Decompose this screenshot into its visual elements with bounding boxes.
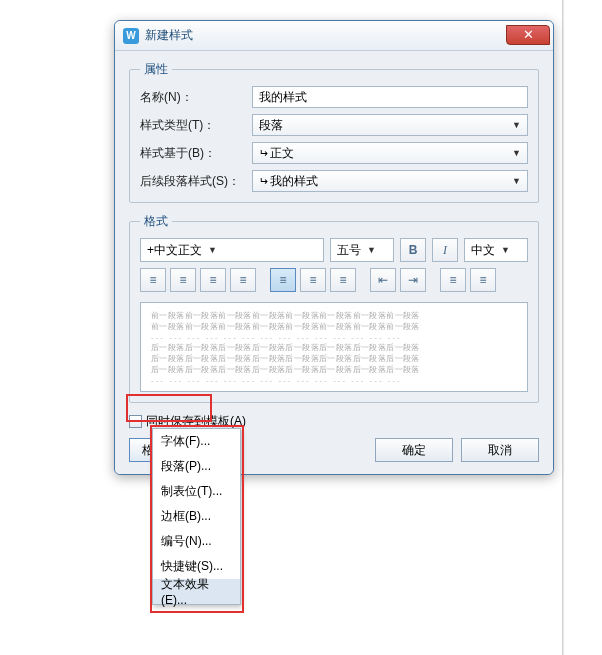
menu-item[interactable]: 字体(F)...: [153, 429, 240, 454]
cancel-button[interactable]: 取消: [461, 438, 539, 462]
align-left-icon: ≡: [149, 273, 156, 287]
style-type-value: 段落: [259, 117, 283, 134]
spacing-icon: ≡: [339, 273, 346, 287]
menu-item[interactable]: 制表位(T)...: [153, 479, 240, 504]
preview-prev-line: 前一段落前一段落前一段落前一段落前一段落前一段落前一段落前一段落: [151, 311, 517, 322]
properties-legend: 属性: [140, 61, 172, 78]
outdent-icon: ≡: [449, 273, 456, 287]
spacing-icon: ≡: [279, 273, 286, 287]
page-edge: [562, 0, 564, 655]
lang-value: 中文: [471, 242, 495, 259]
preview-dash-line: --- --- --- --- --- --- --- --- --- --- …: [151, 333, 517, 344]
app-icon: W: [123, 28, 139, 44]
indent-button[interactable]: ≡: [470, 268, 496, 292]
close-button[interactable]: ✕: [506, 25, 550, 45]
based-on-label: 样式基于(B)：: [140, 145, 244, 162]
align-center-button[interactable]: ≡: [170, 268, 196, 292]
preview-next-line: 后一段落后一段落后一段落后一段落后一段落后一段落后一段落后一段落: [151, 365, 517, 376]
format-dropdown-menu: 字体(F)...段落(P)...制表位(T)...边框(B)...编号(N)..…: [152, 428, 241, 605]
preview-next-line: 后一段落后一段落后一段落后一段落后一段落后一段落后一段落后一段落: [151, 343, 517, 354]
font-value: +中文正文: [147, 242, 202, 259]
style-type-select[interactable]: 段落 ▼: [252, 114, 528, 136]
ok-button[interactable]: 确定: [375, 438, 453, 462]
return-icon: ↵: [259, 175, 268, 188]
preview-area: 前一段落前一段落前一段落前一段落前一段落前一段落前一段落前一段落 前一段落前一段…: [140, 302, 528, 392]
indent-icon: ≡: [479, 273, 486, 287]
chevron-down-icon: ▼: [208, 245, 217, 255]
align-center-icon: ≡: [179, 273, 186, 287]
menu-item[interactable]: 编号(N)...: [153, 529, 240, 554]
lang-combo[interactable]: 中文 ▼: [464, 238, 528, 262]
chevron-down-icon: ▼: [367, 245, 376, 255]
following-value: ↵我的样式: [259, 173, 318, 190]
indent-increase-button[interactable]: ⇥: [400, 268, 426, 292]
menu-item[interactable]: 边框(B)...: [153, 504, 240, 529]
spacing-icon: ≡: [309, 273, 316, 287]
name-input[interactable]: [252, 86, 528, 108]
align-left-button[interactable]: ≡: [140, 268, 166, 292]
return-icon: ↵: [259, 147, 268, 160]
bold-button[interactable]: B: [400, 238, 426, 262]
save-template-checkbox[interactable]: [129, 415, 142, 428]
indent-decrease-icon: ⇤: [378, 273, 388, 287]
spacing-default-button[interactable]: ≡: [270, 268, 296, 292]
preview-next-line: 后一段落后一段落后一段落后一段落后一段落后一段落后一段落后一段落: [151, 354, 517, 365]
spacing-tight-button[interactable]: ≡: [330, 268, 356, 292]
titlebar[interactable]: W 新建样式 ✕: [115, 21, 553, 51]
preview-dash-line: --- --- --- --- --- --- --- --- --- --- …: [151, 376, 517, 387]
menu-item[interactable]: 文本效果(E)...: [153, 579, 240, 604]
preview-prev-line: 前一段落前一段落前一段落前一段落前一段落前一段落前一段落前一段落: [151, 322, 517, 333]
properties-fieldset: 属性 名称(N)： 样式类型(T)： 段落 ▼ 样式基于(B)： ↵正文 ▼: [129, 61, 539, 203]
indent-increase-icon: ⇥: [408, 273, 418, 287]
chevron-down-icon: ▼: [512, 176, 521, 186]
based-on-value: ↵正文: [259, 145, 294, 162]
italic-button[interactable]: I: [432, 238, 458, 262]
close-icon: ✕: [523, 27, 534, 42]
new-style-dialog: W 新建样式 ✕ 属性 名称(N)： 样式类型(T)： 段落 ▼ 样式基于(B)…: [114, 20, 554, 475]
format-fieldset: 格式 +中文正文 ▼ 五号 ▼ B I 中文 ▼ ≡ ≡: [129, 213, 539, 403]
menu-item[interactable]: 段落(P)...: [153, 454, 240, 479]
following-label: 后续段落样式(S)：: [140, 173, 244, 190]
chevron-down-icon: ▼: [501, 245, 510, 255]
font-combo[interactable]: +中文正文 ▼: [140, 238, 324, 262]
chevron-down-icon: ▼: [512, 148, 521, 158]
size-value: 五号: [337, 242, 361, 259]
align-justify-icon: ≡: [239, 273, 246, 287]
outdent-button[interactable]: ≡: [440, 268, 466, 292]
align-justify-button[interactable]: ≡: [230, 268, 256, 292]
indent-decrease-button[interactable]: ⇤: [370, 268, 396, 292]
chevron-down-icon: ▼: [512, 120, 521, 130]
align-right-icon: ≡: [209, 273, 216, 287]
based-on-select[interactable]: ↵正文 ▼: [252, 142, 528, 164]
dialog-title: 新建样式: [145, 27, 193, 44]
style-type-label: 样式类型(T)：: [140, 117, 244, 134]
size-combo[interactable]: 五号 ▼: [330, 238, 394, 262]
format-legend: 格式: [140, 213, 172, 230]
name-label: 名称(N)：: [140, 89, 244, 106]
align-right-button[interactable]: ≡: [200, 268, 226, 292]
spacing-loose-button[interactable]: ≡: [300, 268, 326, 292]
following-select[interactable]: ↵我的样式 ▼: [252, 170, 528, 192]
